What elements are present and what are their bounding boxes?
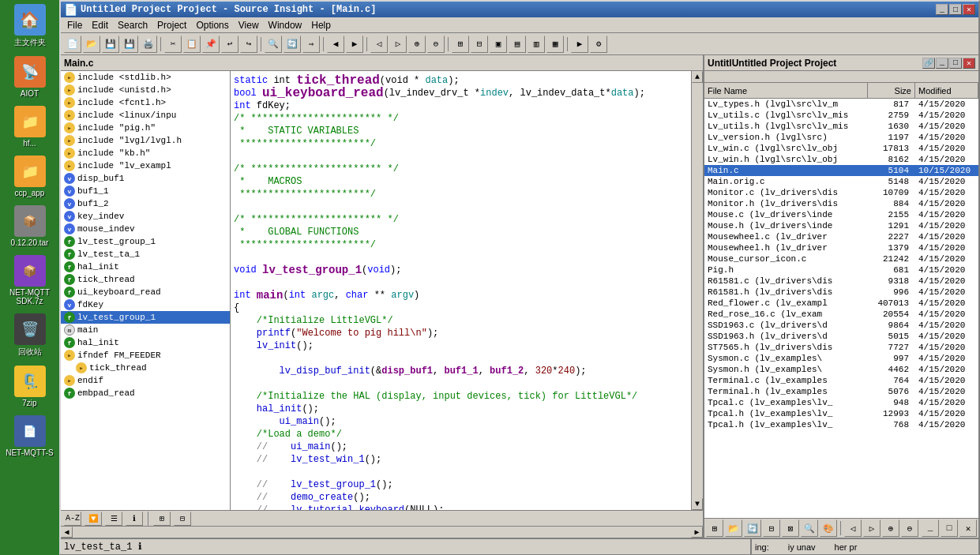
rp-btn2[interactable]: 📂 [725,519,742,537]
rp-nav2[interactable]: ▷ [863,519,880,537]
rp-close[interactable]: ✕ [959,519,977,537]
toolbar-zoom-in[interactable]: ⊕ [408,36,426,53]
menu-search[interactable]: Search [113,18,152,32]
sym-tick-thread-inner[interactable]: ▸ tick_thread [61,362,230,374]
file-row[interactable]: Main.c 5104 10/15/2020 [704,165,978,176]
sym-include-pig[interactable]: ▸ include "pig.h" [61,122,230,134]
file-row[interactable]: R61581.c (lv_drivers\dis 9318 4/15/2020 [704,276,978,287]
info-button[interactable]: ℹ [126,512,143,526]
desktop-icon-trash[interactable]: 🗑️ 回收站 [14,313,46,358]
file-row[interactable]: SSD1963.c (lv_drivers\d 9864 4/15/2020 [704,320,978,331]
toolbar-play[interactable]: ▶ [571,36,588,53]
sym-include-lvgl[interactable]: ▸ include "lvgl/lvgl.h [61,134,230,147]
rp-max[interactable]: □ [941,519,958,537]
sym-hal-init-second[interactable]: f hal_init [61,336,230,349]
right-panel-minimize[interactable]: 🔗 [922,58,935,69]
desktop-icon-aiot[interactable]: 📡 AIOT [14,56,46,98]
sym-buf1-2[interactable]: v buf1_2 [61,197,230,210]
maximize-button[interactable]: □ [949,4,962,15]
sym-ui-keyboard-read[interactable]: f ui_keyboard_read [61,286,230,298]
file-row[interactable]: Tpcal.c (lv_examples\lv_ 948 4/15/2020 [704,397,978,408]
file-row[interactable]: Mousewheel.h (lv_driver 1379 4/15/2020 [704,242,978,253]
sym-include-lv-exampl[interactable]: ▸ include "lv_exampl [61,159,230,172]
file-row[interactable]: Tpcal.h (lv_examples\lv_ 12993 4/15/2020 [704,408,978,419]
file-row[interactable]: Mouse.h (lv_drivers\inde 1291 4/15/2020 [704,220,978,231]
filter-button[interactable]: 🔽 [84,512,102,526]
right-panel-maximize[interactable]: _ [936,58,948,69]
file-row[interactable]: Monitor.h (lv_drivers\dis 884 4/15/2020 [704,198,978,209]
rp-btn4[interactable]: ⊟ [763,519,780,537]
file-row[interactable]: Sysmon.c (lv_examples\ 997 4/15/2020 [704,353,978,364]
rp-btn1[interactable]: ⊞ [706,519,723,537]
toolbar-browse-fwd[interactable]: ▷ [389,36,407,53]
file-row[interactable]: Mousewheel.c (lv_driver 2227 4/15/2020 [704,231,978,242]
toolbar-open[interactable]: 📂 [83,36,100,53]
rp-btn5[interactable]: ⊠ [782,519,799,537]
sym-include-fcntl[interactable]: ▸ include <fcntl.h> [61,96,230,109]
file-row[interactable]: Lv_utils.h (lvgl\src\lv_mis 1630 4/15/20… [704,121,978,132]
toolbar-debug[interactable]: ⚙ [590,36,607,53]
file-row[interactable]: Lv_win.h (lvgl\src\lv_obj 8162 4/15/2020 [704,154,978,165]
sym-key-indev[interactable]: v key_indev [61,210,230,223]
file-row[interactable]: Pig.h 681 4/15/2020 [704,264,978,276]
toolbar-new[interactable]: 📄 [64,36,81,53]
toolbar-find[interactable]: 🔍 [265,36,282,53]
toolbar-win2[interactable]: ▤ [509,36,526,53]
scroll-down-btn[interactable]: ▼ [692,498,703,510]
toolbar-save[interactable]: 💾 [102,36,119,53]
scroll-right-btn[interactable]: ▶ [691,527,703,538]
toolbar-zoom-out[interactable]: ⊖ [427,36,445,53]
file-row[interactable]: Main.orig.c 5148 4/15/2020 [704,176,978,187]
editor-scrollbar-h[interactable]: ◀ ▶ [61,526,703,538]
menu-window[interactable]: Window [264,18,307,32]
file-row[interactable]: Mouse.c (lv_drivers\inde 2155 4/15/2020 [704,209,978,220]
sym-lv-test-group-1-selected[interactable]: f lv_test_group_1 [61,311,230,324]
toolbar-win1[interactable]: ▣ [490,36,507,53]
scroll-left-btn[interactable]: ◀ [61,527,73,538]
sym-main[interactable]: m main [61,324,230,336]
menu-options[interactable]: Options [191,18,233,32]
toolbar-win3[interactable]: ▥ [528,36,545,53]
file-row[interactable]: Monitor.c (lv_drivers\dis 10709 4/15/202… [704,187,978,198]
desktop-icon-net-mqtt-s[interactable]: 📄 NET-MQTT-S [6,415,54,457]
file-row[interactable]: Red_rose_16.c (lv_exam 20554 4/15/2020 [704,309,978,320]
rp-btn7[interactable]: 🎨 [820,519,837,537]
rp-zoom-out[interactable]: ⊖ [901,519,918,537]
file-row[interactable]: Terminal.h (lv_examples 5076 4/15/2020 [704,386,978,397]
toolbar-copy[interactable]: 📋 [183,36,201,53]
minimize-button[interactable]: _ [936,4,948,15]
toolbar-replace[interactable]: 🔄 [283,36,301,53]
toolbar-goto[interactable]: ⇒ [302,36,320,53]
menu-view[interactable]: View [234,18,264,32]
sym-include-unistd[interactable]: ▸ include <unistd.h> [61,84,230,96]
menu-edit[interactable]: Edit [87,18,113,32]
file-row[interactable]: Lv_types.h (lvgl\src\lv_m 817 4/15/2020 [704,99,978,110]
expand-button[interactable]: ⊞ [153,512,171,526]
toolbar-print[interactable]: 🖨️ [140,36,157,53]
desktop-icon-hf[interactable]: 📁 hf... [14,106,46,148]
sym-tick-thread[interactable]: f tick_thread [61,273,230,286]
toolbar-back[interactable]: ◀ [327,36,344,53]
sym-include-kb[interactable]: ▸ include "kb.h" [61,147,230,159]
file-row[interactable]: SSD1963.h (lv_drivers\d 5015 4/15/2020 [704,331,978,342]
toolbar-cascade[interactable]: ⊟ [471,36,488,53]
sym-embpad-read[interactable]: f embpad_read [61,387,230,399]
toolbar-tile[interactable]: ⊞ [452,36,469,53]
toolbar-win4[interactable]: ▦ [546,36,564,53]
column-file-name[interactable]: File Name [704,83,868,98]
file-row[interactable]: Red_flower.c (lv_exampl 407013 4/15/2020 [704,298,978,309]
toolbar-redo[interactable]: ↪ [240,36,257,53]
sym-include-linux[interactable]: ▸ include <linux/inpu [61,109,230,122]
scroll-up-btn[interactable]: ▲ [692,71,703,83]
file-row[interactable]: ST7565.h (lv_drivers\dis 7727 4/15/2020 [704,342,978,353]
editor-scrollbar-v[interactable]: ▲ ▼ [691,71,703,510]
code-editor[interactable]: static int tick_thread(void * data); boo… [231,71,691,510]
toolbar-save-all[interactable]: 💾 [121,36,138,53]
sym-include-stdlib[interactable]: ▸ include <stdlib.h> [61,71,230,84]
rp-min[interactable]: _ [922,519,939,537]
editor-tab[interactable]: Main.c [64,58,93,69]
file-row[interactable]: Tpcal.h (lv_examples\lv_ 768 4/15/2020 [704,419,978,430]
column-modified[interactable]: Modified [915,83,978,98]
rp-nav1[interactable]: ◁ [844,519,862,537]
file-row[interactable]: Lv_utils.c (lvgl\src\lv_mis 2759 4/15/20… [704,110,978,121]
